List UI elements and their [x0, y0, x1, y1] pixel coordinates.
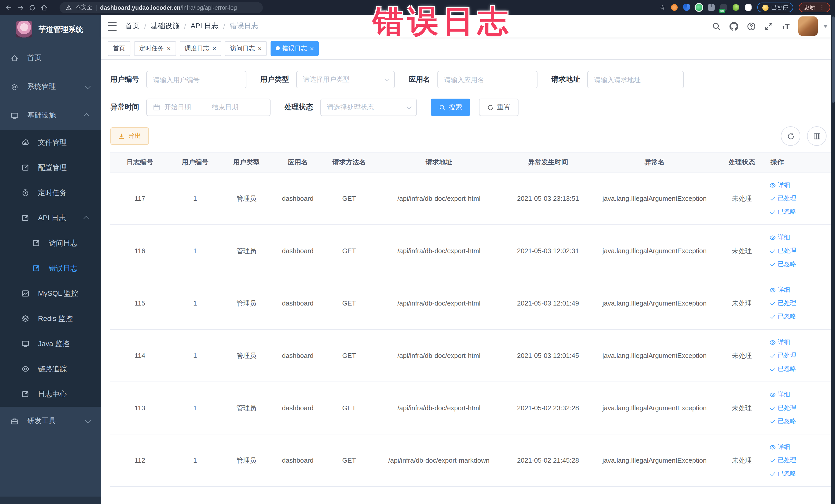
- filter-row-1: 用户编号 用户类型 请选择用户类型 应用名: [110, 71, 829, 88]
- extension-icon-orange[interactable]: [671, 4, 678, 11]
- breadcrumb-item[interactable]: 首页: [125, 22, 140, 31]
- font-size-icon[interactable]: TT: [781, 22, 790, 30]
- action-processed-link[interactable]: 已处理: [770, 244, 830, 258]
- browser-back-icon[interactable]: [5, 4, 12, 11]
- tab-access-log[interactable]: 访问日志×: [225, 41, 267, 56]
- process-status-select[interactable]: 请选择处理状态: [320, 99, 417, 116]
- action-ignored-link[interactable]: 已忽略: [770, 310, 830, 323]
- cell-user-id: 1: [169, 277, 221, 329]
- action-ignored-link[interactable]: 已忽略: [770, 258, 830, 271]
- breadcrumb-item[interactable]: API 日志: [191, 22, 219, 31]
- action-processed-link[interactable]: 已处理: [770, 192, 830, 205]
- action-processed-link[interactable]: 已处理: [770, 349, 830, 362]
- search-icon[interactable]: [712, 22, 720, 31]
- action-detail-link[interactable]: 详细: [770, 388, 830, 401]
- action-ignored-link[interactable]: 已忽略: [770, 362, 830, 376]
- action-detail-link[interactable]: 详细: [770, 440, 830, 454]
- sidebar-item-dev-tools[interactable]: 研发工具: [0, 407, 101, 436]
- action-processed-link[interactable]: 已处理: [770, 454, 830, 467]
- paused-badge[interactable]: 已暂停: [757, 3, 793, 12]
- sidebar-item-config-management[interactable]: 配置管理: [0, 155, 101, 180]
- timer-icon: [22, 189, 29, 197]
- action-detail-link[interactable]: 详细: [770, 283, 830, 297]
- check-icon: [770, 418, 776, 424]
- close-icon[interactable]: ×: [212, 45, 216, 52]
- app-name-label: 应用名: [409, 75, 430, 84]
- cell-actions: 详细已处理已忽略: [768, 277, 832, 329]
- search-button[interactable]: 搜索: [431, 99, 470, 116]
- date-range-picker[interactable]: 开始日期 - 结束日期: [146, 99, 270, 116]
- refresh-table-button[interactable]: [781, 126, 800, 146]
- extension-icon-blue-shield[interactable]: [683, 4, 690, 11]
- sidebar-item-error-log[interactable]: 错误日志: [0, 256, 101, 281]
- extensions-puzzle-icon[interactable]: [745, 4, 752, 11]
- github-icon[interactable]: [729, 22, 738, 31]
- sidebar-item-access-log[interactable]: 访问日志: [0, 230, 101, 256]
- browser-reload-icon[interactable]: [29, 4, 36, 11]
- browser-forward-icon[interactable]: [17, 4, 24, 11]
- column-settings-button[interactable]: [807, 126, 827, 146]
- sidebar-item-scheduled-jobs[interactable]: 定时任务: [0, 180, 101, 205]
- browser-menu-icon[interactable]: ⋮: [819, 4, 825, 11]
- sidebar-item-label: API 日志: [38, 213, 66, 223]
- sidebar-item-label: 文件管理: [38, 138, 67, 147]
- action-processed-link[interactable]: 已处理: [770, 297, 830, 310]
- top-navbar: 首页/基础设施/API 日志/错误日志 TT: [101, 15, 835, 38]
- extension-icon-dark-on[interactable]: on: [720, 4, 727, 11]
- action-processed-link[interactable]: 已处理: [770, 401, 830, 415]
- sidebar-logo[interactable]: 芋道管理系统: [0, 15, 101, 44]
- sidebar-item-mysql-monitor[interactable]: MySQL 监控: [0, 281, 101, 306]
- sidebar-item-home[interactable]: 首页: [0, 44, 101, 73]
- action-detail-link[interactable]: 详细: [770, 231, 830, 244]
- avatar-caret-icon[interactable]: [823, 25, 828, 27]
- sidebar-item-log-center[interactable]: 日志中心: [0, 382, 101, 407]
- app-name-input[interactable]: [437, 71, 537, 88]
- extension-icon-green-circle[interactable]: [696, 4, 702, 11]
- avatar[interactable]: [798, 16, 818, 36]
- sidebar-item-infrastructure[interactable]: 基础设施: [0, 101, 101, 130]
- sidebar-item-trace[interactable]: 链路追踪: [0, 356, 101, 382]
- eye-icon: [770, 444, 776, 450]
- request-url-input[interactable]: [587, 71, 684, 88]
- action-detail-link[interactable]: 详细: [770, 178, 830, 192]
- bookmark-star-icon[interactable]: ☆: [659, 4, 665, 11]
- browser-home-icon[interactable]: [41, 4, 48, 11]
- tab-home[interactable]: 首页: [108, 41, 130, 56]
- cell-status: 未处理: [716, 277, 768, 329]
- tab-error-log[interactable]: 错误日志×: [270, 41, 319, 56]
- sidebar-item-java-monitor[interactable]: Java 监控: [0, 331, 101, 356]
- sidebar-item-api-logs[interactable]: API 日志: [0, 205, 101, 230]
- main-area: 首页/基础设施/API 日志/错误日志 TT 首页定时任务×调度日志×访问日志×…: [101, 15, 835, 504]
- address-bar[interactable]: 不安全 dashboard.yudao.iocoder.cn/infra/log…: [60, 2, 263, 13]
- emoji-face-icon: [762, 4, 769, 11]
- tab-scheduled-jobs[interactable]: 定时任务×: [134, 41, 176, 56]
- user-id-input[interactable]: [146, 71, 246, 88]
- browser-chrome: 不安全 dashboard.yudao.iocoder.cn/infra/log…: [0, 0, 835, 15]
- window-scrollbar[interactable]: [831, 15, 835, 504]
- help-icon[interactable]: [747, 22, 755, 31]
- chevron-down-icon: [385, 76, 390, 81]
- user-type-select[interactable]: 请选择用户类型: [296, 71, 395, 88]
- fullscreen-icon[interactable]: [764, 22, 773, 31]
- action-ignored-link[interactable]: 已忽略: [770, 205, 830, 219]
- sidebar-item-label: 研发工具: [27, 417, 56, 426]
- action-ignored-link[interactable]: 已忽略: [770, 467, 830, 480]
- hamburger-icon[interactable]: [108, 22, 117, 31]
- not-secure-warning-icon: [66, 4, 72, 11]
- action-detail-link[interactable]: 详细: [770, 336, 830, 349]
- sidebar-item-file-management[interactable]: 文件管理: [0, 130, 101, 155]
- reset-button[interactable]: 重置: [479, 99, 518, 116]
- sidebar-item-redis-monitor[interactable]: Redis 监控: [0, 306, 101, 331]
- sidebar-item-system-management[interactable]: 系统管理: [0, 73, 101, 101]
- breadcrumb-item[interactable]: 基础设施: [151, 22, 179, 31]
- scrollbar-thumb[interactable]: [831, 16, 834, 103]
- close-icon[interactable]: ×: [258, 45, 262, 52]
- tab-schedule-log[interactable]: 调度日志×: [179, 41, 221, 56]
- export-button[interactable]: 导出: [110, 127, 149, 145]
- extension-icon-grid[interactable]: [708, 4, 715, 11]
- extension-icon-green-leaf[interactable]: [733, 4, 739, 11]
- update-button[interactable]: 更新⋮: [799, 3, 830, 12]
- action-ignored-link[interactable]: 已忽略: [770, 415, 830, 428]
- close-icon[interactable]: ×: [310, 45, 314, 52]
- close-icon[interactable]: ×: [167, 45, 171, 52]
